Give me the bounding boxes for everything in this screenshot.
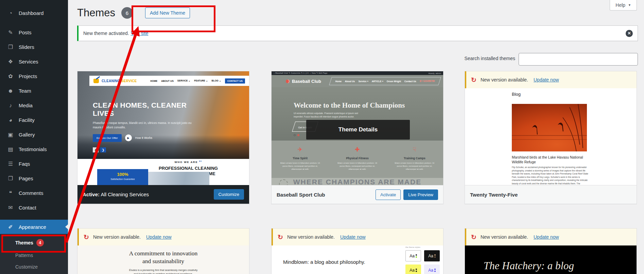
satisfaction-percent: 100% xyxy=(97,172,148,177)
baseball-features: ✈ Time Spirit Etiam ornare lorem in bibe… xyxy=(272,141,443,178)
menu-separator xyxy=(0,215,68,220)
sidebar-item-testimonials[interactable]: ▤ Testimonials xyxy=(0,142,68,157)
update-now-link[interactable]: Update now xyxy=(534,234,559,240)
dashboard-icon: ◔ xyxy=(7,10,14,16)
brush-mark-icon: ❜❜ xyxy=(199,160,202,164)
sidebar-item-label: Projects xyxy=(19,73,37,79)
submenu-label: Themes xyxy=(15,240,33,245)
comment-icon: ❝ xyxy=(7,190,14,196)
theme-card-twenty-twenty-five[interactable]: ↻ New version available. Update now Blog… xyxy=(465,71,637,204)
update-text: New version available. xyxy=(93,234,141,240)
update-text: New version available. xyxy=(481,77,528,83)
theme-name: Baseball Sport Club xyxy=(277,192,325,198)
customize-button[interactable]: Customize xyxy=(214,189,244,200)
update-icon: ↻ xyxy=(84,234,89,240)
wordpress-themes-admin-page: ◔ Dashboard ✎ Posts ❒ Sliders ❖ Services… xyxy=(0,0,644,274)
nav-item: Home xyxy=(335,80,342,83)
blog-label: Blog xyxy=(512,92,521,97)
update-now-link[interactable]: Update now xyxy=(340,234,366,240)
sidebar-item-comments[interactable]: ❝ Comments xyxy=(0,186,68,200)
feature-title: Time Spirit xyxy=(272,157,329,160)
theme-card-twenty-twenty-three[interactable]: ↻ New version available. Update now The … xyxy=(465,228,637,274)
slider-dot xyxy=(294,134,296,136)
sidebar-item-label: Services xyxy=(19,59,38,65)
hand-icon: ☟ xyxy=(386,146,443,153)
update-now-link[interactable]: Update now xyxy=(146,234,172,240)
theme-card-mindblown[interactable]: ↻ New version available. Update now Mind… xyxy=(271,228,443,274)
sidebar-item-label: Comments xyxy=(19,190,43,196)
current-menu-arrow xyxy=(65,224,68,230)
mindblown-theme-preview: Mindblown: a blog about philosophy. the … xyxy=(272,245,443,274)
sidebar-item-pages[interactable]: ❐ Pages xyxy=(0,171,68,186)
sidebar-item-gallery[interactable]: ▣ Gallery xyxy=(0,127,68,142)
style-variation-swatches: Aa Aa Aa Aa xyxy=(405,250,440,274)
sidebar-subitem-patterns[interactable]: Patterns xyxy=(0,250,68,261)
theme-card-baseball-sport-club[interactable]: ⌂ Baseball Club ✎ Customize ↻ 1 ❏ 0 ＋ Ne… xyxy=(271,71,443,204)
sidebar-subitem-customize[interactable]: Customize xyxy=(0,261,68,273)
sidebar-item-contact[interactable]: ✉ Contact xyxy=(0,200,68,215)
media-icon: ♪ xyxy=(7,103,14,109)
visit-site-link[interactable]: Visit site xyxy=(131,31,149,36)
theme-card-twenty-twenty-four[interactable]: ↻ New version available. Update now A co… xyxy=(77,228,249,274)
search-installed-themes-input[interactable] xyxy=(519,53,638,66)
feature-text: Etiam ornare lorem in bibendum pretium. … xyxy=(393,162,437,171)
style-swatch-light: Aa xyxy=(405,250,421,261)
feature-time-spirit: ✈ Time Spirit Etiam ornare lorem in bibe… xyxy=(272,141,329,178)
banner-ring-icon xyxy=(279,179,288,185)
baseball-preview-nav: Home About Us Service + ARTICLE + Orson … xyxy=(329,77,441,85)
sidebar-item-label: Team xyxy=(19,88,31,94)
feature-training-camps: ☟ Training Camps Etiam ornare lorem in b… xyxy=(386,141,443,178)
update-now-link[interactable]: Update now xyxy=(534,77,559,83)
theme-details-overlay-button[interactable]: Theme Details xyxy=(306,120,410,140)
active-theme-name: Active: All Cleaning Services xyxy=(83,191,149,197)
add-new-theme-button[interactable]: Add New Theme xyxy=(145,7,190,18)
slider-arrows: ❮ ❯ xyxy=(93,147,106,152)
paintbrush-icon: ✐ xyxy=(7,224,14,230)
update-icon: ↻ xyxy=(278,234,283,240)
phone-number: ✆ +123456789 xyxy=(420,80,435,83)
theme-count-badge: 6 xyxy=(121,7,133,19)
baseball-banner: WHERE CHAMPIONS ARE MADE xyxy=(272,178,443,185)
play-icon: ▶ xyxy=(125,134,132,141)
nav-item: Contact Us xyxy=(404,80,416,83)
satisfaction-caption: Satisfaction Guarantee xyxy=(97,178,148,180)
sidebar-item-team[interactable]: ☻ Team xyxy=(0,84,68,98)
gauge-icon: ◕ xyxy=(7,117,14,123)
help-button[interactable]: Help ▼ xyxy=(610,0,637,11)
admin-bar-left: ⌂ Baseball Club ✎ Customize ↻ 1 ❏ 0 ＋ Ne… xyxy=(274,72,327,75)
feature-physical-fitness: ✚ Physical Fitness Etiam ornare lorem in… xyxy=(329,141,386,178)
theme-card-all-cleaning-services[interactable]: CLEANING SERVICE HOME ABOUT US SERVICE ⌄… xyxy=(77,71,249,204)
baseball-headline: Welcome to the Home of Champions xyxy=(272,87,443,110)
sidebar-item-sliders[interactable]: ❒ Sliders xyxy=(0,40,68,54)
dismiss-notice-icon[interactable]: ✕ xyxy=(626,30,633,37)
feature-text: Etiam ornare lorem in bibendum pretium. … xyxy=(278,162,322,171)
sidebar-item-posts[interactable]: ✎ Posts xyxy=(0,25,68,40)
cleaning-logo-text: CLEANING SERVICE xyxy=(102,79,137,83)
update-notice: ↻ New version available. Update now xyxy=(77,229,249,245)
update-text: New version available. xyxy=(287,234,335,240)
menu-separator xyxy=(0,20,68,25)
activate-button[interactable]: Activate xyxy=(376,189,401,200)
tt5-theme-preview: Blog Marshland birds at the Lake Havasu … xyxy=(465,88,637,185)
sidebar-item-label: Gallery xyxy=(19,132,35,138)
cleaning-preview-nav: HOME ABOUT US SERVICE ⌄ FEATURE ⌄ BLOG ⌄… xyxy=(150,78,245,84)
sidebar-item-faqs[interactable]: ☰ Faqs xyxy=(0,157,68,171)
satisfaction-badge: 100% Satisfaction Guarantee xyxy=(97,169,148,185)
sidebar-item-projects[interactable]: ✿ Projects xyxy=(0,69,68,84)
style-swatch-dark: Aa xyxy=(424,250,440,261)
how-it-works-label: How It Works xyxy=(135,136,152,140)
sidebar-item-facility[interactable]: ◕ Facility xyxy=(0,113,68,127)
sidebar-item-appearance[interactable]: ✐ Appearance xyxy=(0,220,68,234)
nav-item: Orson Wright xyxy=(387,80,401,83)
sidebar-item-dashboard[interactable]: ◔ Dashboard xyxy=(0,6,68,20)
sidebar-item-media[interactable]: ♪ Media xyxy=(0,98,68,113)
cleaning-paragraph: Phasellus in neque tempus, blandit orci … xyxy=(93,121,195,130)
slider-next-icon: ❯ xyxy=(100,147,106,152)
theme-styles-caption: the theme styles xyxy=(405,246,420,248)
live-preview-button[interactable]: Live Preview xyxy=(403,189,438,200)
cleaning-ctas: Explore Our Offer ▶ How It Works xyxy=(93,134,205,142)
sidebar-subitem-themes[interactable]: Themes 4 xyxy=(0,236,68,250)
update-icon: ↻ xyxy=(471,234,476,240)
nav-item: SERVICE ⌄ xyxy=(177,79,190,82)
sidebar-item-services[interactable]: ❖ Services xyxy=(0,54,68,69)
